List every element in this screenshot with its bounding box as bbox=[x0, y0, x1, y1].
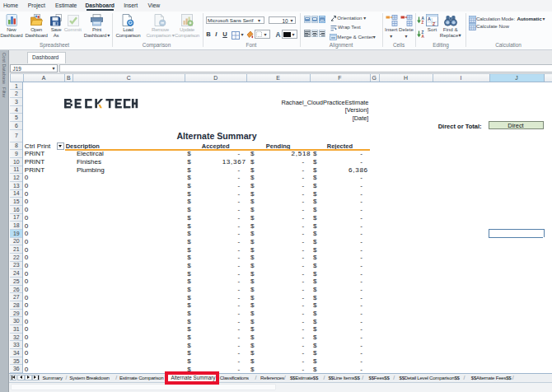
svg-text:A: A bbox=[428, 16, 431, 21]
svg-text:Z: Z bbox=[421, 20, 423, 24]
